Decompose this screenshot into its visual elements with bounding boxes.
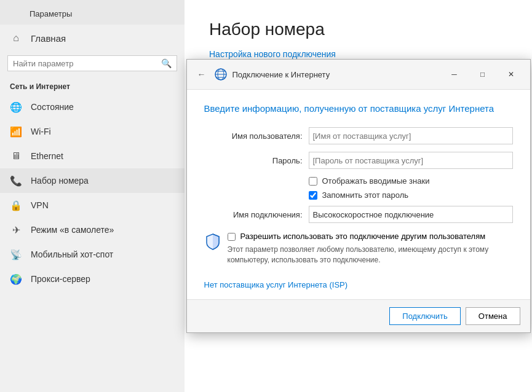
show-chars-label[interactable]: Отображать вводимые знаки [322,176,430,186]
share-shield-icon [204,233,221,250]
search-input[interactable] [13,59,157,68]
proxy-icon: 🌍 [10,273,22,285]
remember-password-checkbox[interactable] [309,191,317,200]
dialog-footer: Подключить Отмена [187,299,530,332]
share-checkbox-row: Разрешить использовать это подключение д… [228,232,513,241]
remember-password-label[interactable]: Запомнить этот пароль [322,190,409,200]
dialog-body: Введите информацию, полученную от постав… [187,90,530,299]
connect-button[interactable]: Подключить [389,307,461,325]
sidebar-home-label: Главная [31,33,66,44]
status-icon: 🌐 [10,101,22,113]
sidebar-item-label: Прокси-сервер [31,274,90,284]
username-row: Имя пользователя: [204,127,513,144]
restore-button[interactable]: □ [469,65,497,84]
hotspot-icon: 📡 [10,248,22,261]
share-description: Этот параметр позволяет любому пользоват… [228,245,513,265]
dialog-overlay: ← Подключение к Интернету ─ □ ✕ [185,0,532,392]
sidebar-item-home[interactable]: ⌂ Главная [0,25,185,52]
main-content: Набор номера Настройка нового подключени… [185,0,532,392]
sidebar-item-ethernet[interactable]: 🖥 Ethernet [0,144,185,168]
cancel-button[interactable]: Отмена [466,307,520,325]
remember-password-row: Запомнить этот пароль [309,190,513,200]
connection-name-row: Имя подключения: [204,206,513,223]
sidebar-item-label: Wi-Fi [31,127,51,136]
password-input[interactable] [309,152,513,169]
password-row: Пароль: [204,152,513,169]
share-section: Разрешить использовать это подключение д… [204,232,513,273]
dialog-globe-icon [214,68,228,81]
minimize-button[interactable]: ─ [440,65,469,84]
sidebar-item-proxy[interactable]: 🌍 Прокси-сервер [0,267,185,291]
home-icon: ⌂ [10,32,22,44]
share-connection-checkbox[interactable] [228,233,236,241]
dialog: ← Подключение к Интернету ─ □ ✕ [186,59,531,333]
username-label: Имя пользователя: [204,131,303,141]
sidebar-item-label: VPN [31,200,49,210]
dialog-title-text: Подключение к Интернету [232,70,435,79]
sidebar-item-label: Режим «в самолете» [31,225,114,235]
sidebar-search-box[interactable]: 🔍 [7,55,177,71]
connection-name-label: Имя подключения: [204,210,303,219]
sidebar-item-label: Ethernet [31,151,63,161]
sidebar-item-wifi[interactable]: 📶 Wi-Fi [0,119,185,144]
wifi-icon: 📶 [10,125,22,138]
show-chars-checkbox[interactable] [309,177,317,186]
share-text-wrap: Разрешить использовать это подключение д… [228,232,513,265]
show-chars-row: Отображать вводимые знаки [309,176,513,186]
isp-link[interactable]: Нет поставщика услуг Интернета (ISP) [204,280,513,289]
sidebar-item-label: Мобильный хот-спот [31,249,113,259]
sidebar-item-vpn[interactable]: 🔒 VPN [0,193,185,218]
sidebar-header: Параметры [0,0,185,25]
dialog-back-button[interactable]: ← [194,67,209,82]
connection-name-input[interactable] [309,206,513,223]
ethernet-icon: 🖥 [10,150,22,162]
sidebar-item-label: Состояние [31,102,74,112]
share-connection-label[interactable]: Разрешить использовать это подключение д… [240,232,486,241]
sidebar: Параметры ⌂ Главная 🔍 Сеть и Интернет 🌐 … [0,0,185,392]
dialog-window-controls: ─ □ ✕ [440,65,525,84]
password-label: Пароль: [204,156,303,165]
username-input[interactable] [309,127,513,144]
airplane-icon: ✈ [10,224,22,236]
dialog-titlebar: ← Подключение к Интернету ─ □ ✕ [187,60,530,90]
sidebar-item-label: Набор номера [31,176,89,186]
search-icon: 🔍 [161,58,172,68]
sidebar-item-status[interactable]: 🌐 Состояние [0,95,185,119]
shield-icon [204,233,221,250]
sidebar-item-dialup[interactable]: 📞 Набор номера [0,168,185,193]
sidebar-item-airplane[interactable]: ✈ Режим «в самолете» [0,218,185,242]
section-title: Сеть и Интернет [0,75,185,95]
sidebar-title: Параметры [30,9,72,18]
vpn-icon: 🔒 [10,199,22,211]
sidebar-item-hotspot[interactable]: 📡 Мобильный хот-спот [0,242,185,267]
dialup-icon: 📞 [10,174,22,187]
dialog-subtitle: Введите информацию, полученную от постав… [204,102,513,115]
close-button[interactable]: ✕ [497,65,525,84]
